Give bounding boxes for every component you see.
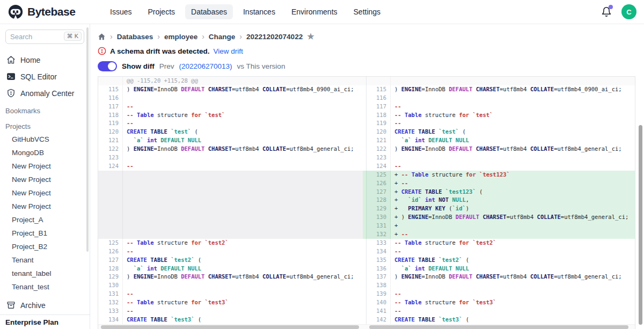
nav-item-projects[interactable]: Projects xyxy=(142,4,181,19)
diff-row: 127+ CREATE TABLE `test123` ( xyxy=(98,188,635,196)
main-nav: Issues Projects Databases Instances Envi… xyxy=(104,4,386,19)
notification-bell-icon[interactable] xyxy=(601,6,612,18)
sidebar-project-tenant[interactable]: Tenant xyxy=(0,253,90,267)
sidebar-project-project-b1[interactable]: Project_B1 xyxy=(0,226,90,240)
diff-row: 115) ENGINE=InnoDB DEFAULT CHARSET=utf8m… xyxy=(98,85,635,94)
breadcrumb-separator xyxy=(110,32,113,41)
project-list: GitHubVCSMongoDBNew ProjectNew ProjectNe… xyxy=(0,133,90,296)
diff-row: 126--134-- xyxy=(98,247,635,256)
nav-item-environments[interactable]: Environments xyxy=(286,4,343,19)
diff-row: 118-- Table structure for `test`118-- Ta… xyxy=(98,111,635,120)
archive-icon xyxy=(6,301,16,310)
sidebar-scrollbar[interactable] xyxy=(86,27,89,252)
navbar-right: C xyxy=(601,4,636,19)
hscroll-thumb[interactable] xyxy=(101,325,359,329)
diff-row: 125-- Table structure for `test2`133-- T… xyxy=(98,239,635,247)
diff-row: 131--139-- xyxy=(98,290,635,298)
left-pane-hscrollbar[interactable] xyxy=(98,325,367,329)
diff-hunk-row: @@ -115,20 +115,28 @@ xyxy=(98,77,635,85)
sidebar-project-new-project[interactable]: New Project xyxy=(0,186,90,200)
diff-row: 122) ENGINE=InnoDB DEFAULT CHARSET=utf8m… xyxy=(98,145,635,153)
search-shortcut-badge: ⌘ K xyxy=(64,32,82,41)
sidebar-item-label: Home xyxy=(20,56,40,64)
page-vertical-scrollbar[interactable] xyxy=(639,125,642,325)
sidebar-project-new-project[interactable]: New Project xyxy=(0,159,90,173)
sidebar-project-project-a[interactable]: Project_A xyxy=(0,213,90,226)
nav-item-settings[interactable]: Settings xyxy=(348,4,387,19)
sidebar-item-archive[interactable]: Archive xyxy=(0,296,90,315)
sidebar-project-new-project[interactable]: New Project xyxy=(0,200,90,213)
diff-row: 124--124-- xyxy=(98,162,635,171)
diff-row: 130138 xyxy=(98,281,635,290)
bookmark-star-icon[interactable]: ★ xyxy=(307,32,314,41)
sidebar-project-project-b2[interactable]: Project_B2 xyxy=(0,240,90,253)
sidebar-project-tenant-label[interactable]: tenant_label xyxy=(0,267,90,280)
show-diff-label: Show diff xyxy=(122,62,155,70)
breadcrumb-separator xyxy=(239,32,242,41)
diff-row: 119--119-- xyxy=(98,119,635,128)
sidebar-item-label: Archive xyxy=(20,301,46,310)
view-drift-link[interactable]: View drift xyxy=(214,47,243,55)
sidebar-item-label: Anomaly Center xyxy=(20,89,74,98)
app-root: Bytebase Issues Projects Databases Insta… xyxy=(0,0,644,329)
diff-row: 120CREATE TABLE `test` (120CREATE TABLE … xyxy=(98,128,635,136)
diff-row: 129+ PRIMARY KEY (`id`) xyxy=(98,204,635,213)
brand-name: Bytebase xyxy=(27,5,75,18)
nav-item-databases[interactable]: Databases xyxy=(185,4,233,19)
search-input[interactable] xyxy=(10,33,58,41)
sidebar-scroll-area: ⌘ K Home xyxy=(0,24,90,296)
breadcrumb: Databases employee Change 20221202074022… xyxy=(98,32,644,41)
alert-message: A schema drift was detected. xyxy=(110,47,210,55)
breadcrumb-separator xyxy=(202,32,204,41)
sidebar-project-new-project[interactable]: New Project xyxy=(0,173,90,186)
diff-row: 127CREATE TABLE `test2` (135CREATE TABLE… xyxy=(98,256,635,265)
diff-hscroll-area xyxy=(98,324,635,329)
diff-rows: 115) ENGINE=InnoDB DEFAULT CHARSET=utf8m… xyxy=(98,85,635,324)
vs-label: vs This version xyxy=(237,62,286,70)
breadcrumb-employee[interactable]: employee xyxy=(164,33,197,41)
sidebar-project-githubvcs[interactable]: GitHubVCS xyxy=(0,133,90,146)
diff-row: 131+ xyxy=(98,222,635,230)
brand[interactable]: Bytebase xyxy=(8,4,97,20)
diff-row: 123123 xyxy=(98,153,635,162)
shield-alert-icon xyxy=(6,89,16,98)
main-content: Databases employee Change 20221202074022… xyxy=(90,24,644,329)
show-diff-toggle[interactable] xyxy=(98,61,117,71)
nav-item-issues[interactable]: Issues xyxy=(104,4,137,19)
diff-row: 132+ -- xyxy=(98,230,635,239)
hscroll-thumb[interactable] xyxy=(369,325,628,329)
nav-item-instances[interactable]: Instances xyxy=(237,4,281,19)
diff-row: 128+ `id` int NOT NULL, xyxy=(98,196,635,204)
sidebar: ⌘ K Home xyxy=(0,24,90,329)
toggle-knob xyxy=(108,62,116,70)
schema-drift-alert: A schema drift was detected. View drift xyxy=(98,47,644,55)
search-box[interactable]: ⌘ K xyxy=(5,30,84,44)
diff-row: 126+ -- xyxy=(98,179,635,188)
home-icon xyxy=(6,55,16,64)
sidebar-item-sql-editor[interactable]: SQL Editor xyxy=(0,68,90,85)
prev-version-link[interactable]: (202206270013) xyxy=(179,62,232,70)
prev-label: Prev xyxy=(159,62,174,70)
diff-row: 117--117-- xyxy=(98,103,635,111)
home-breadcrumb-icon[interactable] xyxy=(98,33,106,41)
breadcrumb-change[interactable]: Change xyxy=(209,33,236,41)
alert-circle-icon xyxy=(98,47,106,55)
sql-editor-icon xyxy=(6,72,16,81)
sidebar-item-home[interactable]: Home xyxy=(0,52,90,68)
breadcrumb-databases[interactable]: Databases xyxy=(117,33,153,41)
avatar[interactable]: C xyxy=(621,4,636,19)
sidebar-project-tenant-test[interactable]: Tenant_test xyxy=(0,280,90,294)
breadcrumb-version[interactable]: 20221202074022 xyxy=(246,33,303,41)
bytebase-logo-icon xyxy=(8,4,24,20)
plan-label: Enterprise Plan xyxy=(0,315,90,329)
sidebar-project-mongodb[interactable]: MongoDB xyxy=(0,146,90,159)
sidebar-item-anomaly-center[interactable]: Anomaly Center xyxy=(0,85,90,101)
diff-row: 128 `a` int DEFAULT NULL136 `a` int DEFA… xyxy=(98,265,635,273)
hunk-header: @@ -115,20 +115,28 @@ xyxy=(123,77,366,85)
diff-row: 121 `a` int DEFAULT NULL121 `a` int DEFA… xyxy=(98,136,635,145)
breadcrumb-separator xyxy=(157,32,160,41)
diff-row: 125+ -- Table structure for `test123` xyxy=(98,171,635,179)
diff-row: 132-- Table structure for `test3`140-- T… xyxy=(98,298,635,307)
sidebar-section-bookmarks: Bookmarks xyxy=(0,101,90,117)
right-pane-hscrollbar[interactable] xyxy=(367,325,636,329)
